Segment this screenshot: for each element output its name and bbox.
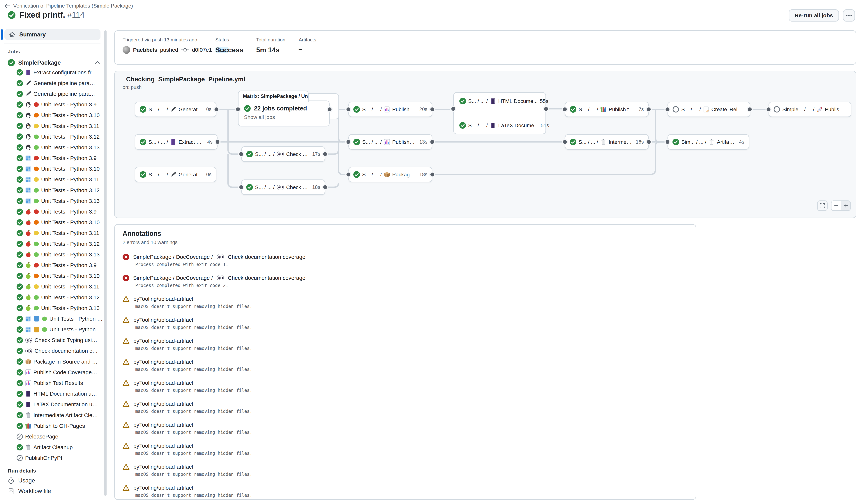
graph-node-intermediate[interactable]: S... / ... /Intermediate A...16s — [565, 134, 649, 150]
sidebar-job-item[interactable]: Unit Tests - Python 3.12 — [0, 292, 105, 303]
job-label: Unit Tests - Python 3.9 — [41, 208, 97, 215]
dot-green-icon — [42, 316, 47, 321]
sidebar-job-item[interactable]: LaTeX Documentation using ... — [0, 399, 105, 410]
sidebar-job-item[interactable]: Publish Code Coverage Results — [0, 367, 105, 378]
graph-node-pub_test[interactable]: S... / ... /Publish Test Re...13s — [348, 134, 432, 150]
graph-node-html_doc[interactable]: S... / ... /HTML Docume...55s — [459, 98, 540, 104]
run-options-kebab-button[interactable] — [843, 10, 855, 21]
sidebar-job-item[interactable]: Unit Tests - Python 3.11 — [0, 228, 105, 239]
zoom-out-button[interactable] — [831, 201, 841, 211]
sidebar-job-item[interactable]: Unit Tests - Python 3.10 — [0, 217, 105, 228]
job-label: Unit Tests - Python 3.12 — [41, 294, 100, 301]
matrix-node[interactable]: 22 jobs completedShow all jobs — [238, 101, 330, 127]
graph-zoom-controls — [817, 200, 851, 211]
graph-node-gen2[interactable]: S... / ... /Generate pipelin...0s — [135, 167, 216, 182]
dot-green-icon — [33, 252, 39, 257]
sidebar-job-item[interactable]: Unit Tests - Python 3.9 — [0, 153, 105, 163]
graph-node-cleanup[interactable]: Sim... / ... /Artifact Cleanup4s — [668, 134, 749, 150]
graph-node-extract[interactable]: S... / ... /Extract configur...4s — [135, 134, 217, 150]
workflow-file-label: Workflow file — [18, 488, 51, 494]
sidebar-job-item[interactable]: Unit Tests - Python 3.10 — [0, 271, 105, 281]
graph-node-gh_pages[interactable]: S... / ... /Publish to GH-P...7s — [565, 102, 649, 117]
sidebar-job-item[interactable]: Unit Tests - Python 3.12 — [0, 239, 105, 249]
sidebar-job-group-simplepackage[interactable]: SimplePackage — [8, 58, 100, 67]
sidebar-job-item[interactable]: Package in Source and Wheel... — [0, 356, 105, 367]
node-label: Intermediate A... — [608, 139, 632, 145]
sidebar-item-summary[interactable]: Summary — [4, 29, 100, 40]
sidebar-job-item[interactable]: Generate pipeline parameters — [0, 78, 105, 88]
sidebar-job-item[interactable]: Unit Tests - Python 3.11 — [0, 120, 105, 131]
show-all-jobs-link[interactable]: Show all jobs — [244, 114, 324, 120]
graph-node-pub_cov[interactable]: S... / ... /Publish Code C...20s — [348, 102, 432, 117]
sidebar-job-item[interactable]: Unit Tests - Python 3.10 — [0, 110, 105, 120]
sidebar-divider — [4, 43, 100, 43]
sidebar-job-item[interactable]: Unit Tests - Python 3.12 — [0, 185, 105, 196]
graph-node-package[interactable]: S... / ... /Package in Sou...18s — [348, 167, 432, 182]
check-circle-icon — [353, 106, 360, 113]
graph-node-check_doc[interactable]: S... / ... /Check docume...18s — [241, 179, 325, 195]
sidebar-scrollbar[interactable] — [104, 30, 106, 496]
graph-node-release[interactable]: S... / ... /Create 'Release Pa... — [668, 102, 750, 117]
sidebar-item-workflow-file[interactable]: Workflow file — [8, 488, 51, 494]
check-circle-icon — [17, 133, 23, 140]
sidebar-job-item[interactable]: Unit Tests - Python 3.11 — [0, 281, 105, 292]
check-circle-icon — [353, 171, 360, 178]
actor-name[interactable]: Paebbels — [133, 47, 157, 53]
sidebar-job-item[interactable]: Publish to GH-Pages — [0, 421, 105, 431]
sidebar-job-item[interactable]: Extract configurations from p... — [0, 67, 105, 78]
sidebar-job-item[interactable]: HTML Documentation using ... — [0, 388, 105, 399]
annotation-title[interactable]: pyTooling/upload-artifact — [133, 317, 193, 323]
annotation-title[interactable]: pyTooling/upload-artifact — [133, 443, 193, 449]
rerun-all-jobs-button[interactable]: Re-run all jobs — [789, 10, 839, 21]
main-content: Triggered via push 13 minutes ago Paebbe… — [108, 25, 860, 504]
annotation-title[interactable]: Check documentation coverage — [228, 275, 305, 281]
sidebar-job-item[interactable]: Artifact Cleanup — [0, 442, 105, 452]
breadcrumb-back-link[interactable]: Verification of Pipeline Templates (Simp… — [4, 3, 133, 9]
sidebar-job-item[interactable]: Generate pipeline parameters — [0, 88, 105, 99]
commit-sha[interactable]: d0f07e1 — [192, 47, 212, 53]
sidebar-job-item[interactable]: Unit Tests - Python 3.12 — [0, 314, 105, 324]
sidebar-job-item[interactable]: Unit Tests - Python 3.12 — [0, 131, 105, 142]
annotation-title[interactable]: pyTooling/upload-artifact — [133, 422, 193, 428]
annotation-row-warning: pyTooling/upload-artifactmacOS doesn't s… — [115, 334, 696, 355]
chevron-up-icon[interactable] — [95, 60, 100, 66]
sidebar-job-item[interactable]: Unit Tests - Python 3.10 — [0, 163, 105, 174]
sidebar-job-item[interactable]: Unit Tests - Python 3.11 — [0, 174, 105, 185]
annotation-title[interactable]: pyTooling/upload-artifact — [133, 359, 193, 365]
graph-node-check_static[interactable]: S... / ... /Check Static Ty...17s — [241, 146, 325, 162]
windows-icon — [25, 176, 31, 183]
sidebar-job-item[interactable]: Unit Tests - Python 3.13 — [0, 303, 105, 314]
matrix-tab[interactable]: Matrix: SimplePackage / UnitTest... — [238, 90, 309, 102]
sidebar-job-item[interactable]: Unit Tests - Python 3.9 — [0, 206, 105, 217]
annotation-title[interactable]: pyTooling/upload-artifact — [133, 380, 193, 386]
sidebar-job-item[interactable]: PublishOnPyPI — [0, 452, 105, 463]
annotation-title[interactable]: pyTooling/upload-artifact — [133, 401, 193, 407]
annotation-title[interactable]: pyTooling/upload-artifact — [133, 485, 193, 491]
annotation-title[interactable]: pyTooling/upload-artifact — [133, 338, 193, 344]
graph-node-pypi[interactable]: Simple... / ... /Publish to PyPI — [769, 102, 851, 117]
graph-node-latex_doc[interactable]: S... / ... /LaTeX Docume...51s — [459, 122, 540, 129]
sidebar-job-item[interactable]: ReleasePage — [0, 431, 105, 442]
sidebar-job-item[interactable]: Unit Tests - Python 3.13 — [0, 196, 105, 206]
fullscreen-button[interactable] — [817, 200, 828, 211]
sidebar-job-item[interactable]: Unit Tests - Python 3.13 — [0, 142, 105, 153]
sidebar-job-item[interactable]: Unit Tests - Python 3.9 — [0, 260, 105, 271]
sidebar-job-item[interactable]: Check documentation covera... — [0, 346, 105, 356]
graph-node-gen1[interactable]: S... / ... /Generate pipelin...0s — [135, 102, 216, 117]
annotation-title[interactable]: pyTooling/upload-artifact — [133, 464, 193, 470]
sidebar-item-usage[interactable]: Usage — [8, 477, 35, 484]
job-label: Unit Tests - Python 3.11 — [41, 230, 99, 236]
sidebar-job-item[interactable]: Intermediate Artifact Cleanup — [0, 410, 105, 421]
sidebar-job-item[interactable]: Check Static Typing using Pyt... — [0, 335, 105, 346]
sidebar-job-item[interactable]: Unit Tests - Python 3.13 — [0, 249, 105, 260]
run-title-row: Fixed printf. #114 — [8, 11, 85, 19]
annotation-title[interactable]: Check documentation coverage — [228, 254, 305, 260]
sidebar-job-item[interactable]: Unit Tests - Python 3.9 — [0, 99, 105, 110]
sidebar-job-item[interactable]: Publish Test Results — [0, 378, 105, 388]
graph-connector-dot — [544, 107, 548, 111]
sidebar-job-item[interactable]: Unit Tests - Python 3.12 — [0, 324, 105, 335]
annotation-title[interactable]: pyTooling/upload-artifact — [133, 296, 193, 302]
avatar[interactable] — [123, 46, 130, 54]
zoom-in-button[interactable] — [841, 201, 850, 211]
annotation-row-warning: pyTooling/upload-artifactmacOS doesn't s… — [115, 480, 696, 500]
